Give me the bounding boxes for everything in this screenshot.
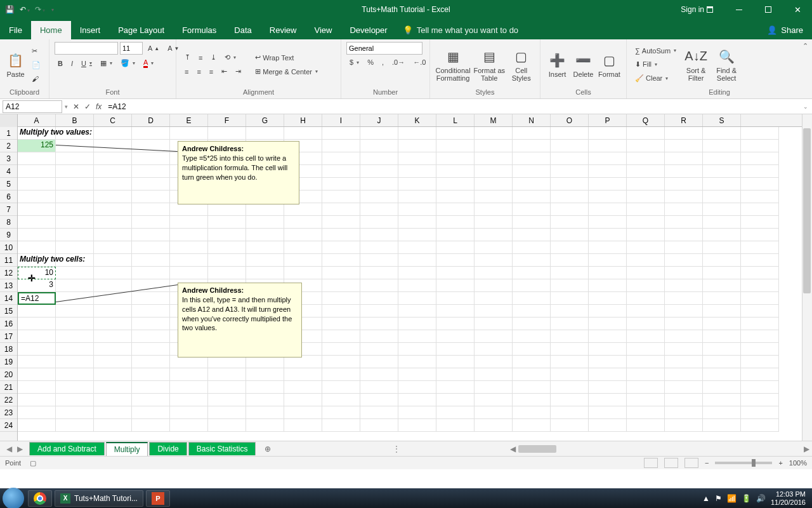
cell[interactable]: [360, 292, 398, 305]
cell[interactable]: [551, 394, 589, 406]
cell[interactable]: [56, 216, 94, 229]
cell[interactable]: [741, 419, 779, 432]
sort-filter-button[interactable]: A↓ZSort & Filter: [682, 48, 710, 82]
cell[interactable]: [360, 356, 398, 368]
borders-button[interactable]: ▦▾: [97, 57, 115, 69]
cell[interactable]: [703, 279, 741, 292]
cell[interactable]: [741, 394, 779, 406]
cell[interactable]: [513, 254, 551, 267]
cell[interactable]: [627, 330, 665, 343]
cell[interactable]: [589, 203, 627, 216]
cell[interactable]: [475, 216, 513, 229]
cell[interactable]: [665, 178, 703, 190]
cell[interactable]: [475, 241, 513, 254]
zoom-out-button[interactable]: −: [705, 459, 709, 467]
cell[interactable]: [703, 305, 741, 318]
cell[interactable]: [284, 254, 322, 267]
row-header[interactable]: 22: [0, 394, 17, 406]
cell[interactable]: [436, 241, 475, 254]
cell-grid[interactable]: Multiply two values:125Multiply two cell…: [18, 127, 802, 441]
tab-view[interactable]: View: [305, 21, 341, 39]
cell[interactable]: [513, 419, 551, 432]
merge-center-button[interactable]: ⊞ Merge & Center▾: [252, 65, 321, 77]
col-header[interactable]: E: [170, 114, 208, 126]
cell[interactable]: [703, 406, 741, 419]
cell[interactable]: [436, 190, 475, 203]
zoom-in-button[interactable]: +: [778, 459, 782, 467]
autosum-button[interactable]: ∑ AutoSum▾: [632, 45, 679, 57]
cell[interactable]: [741, 330, 779, 343]
cell[interactable]: [170, 216, 208, 229]
cell[interactable]: [627, 406, 665, 419]
cell[interactable]: [703, 394, 741, 406]
cell[interactable]: [322, 394, 360, 406]
row-header[interactable]: 4: [0, 165, 17, 178]
cell[interactable]: [94, 343, 132, 356]
cell[interactable]: [703, 419, 741, 432]
cell[interactable]: [741, 356, 779, 368]
comma-button[interactable]: ,: [379, 57, 387, 68]
cell[interactable]: [322, 381, 360, 394]
maximize-button[interactable]: [754, 0, 783, 19]
cell[interactable]: [360, 381, 398, 394]
decrease-decimal-button[interactable]: ←.0: [410, 57, 429, 68]
align-right-button[interactable]: ≡: [206, 66, 216, 77]
cell[interactable]: [436, 406, 475, 419]
tray-network-icon[interactable]: 📶: [727, 494, 737, 503]
cell[interactable]: [246, 381, 284, 394]
cell[interactable]: [360, 254, 398, 267]
col-header[interactable]: I: [322, 114, 360, 126]
cell[interactable]: [475, 394, 513, 406]
cell[interactable]: [475, 381, 513, 394]
cell[interactable]: [170, 254, 208, 267]
cell[interactable]: [513, 279, 551, 292]
row-header[interactable]: 20: [0, 368, 17, 381]
cell[interactable]: [246, 241, 284, 254]
cell[interactable]: [322, 292, 360, 305]
cell[interactable]: [360, 368, 398, 381]
formula-input[interactable]: [107, 101, 799, 112]
cell[interactable]: [246, 267, 284, 279]
cell[interactable]: [741, 203, 779, 216]
taskbar-powerpoint[interactable]: P: [146, 490, 170, 507]
cell[interactable]: [94, 140, 132, 152]
row-header[interactable]: 11: [0, 254, 17, 267]
cell[interactable]: [284, 203, 322, 216]
cell[interactable]: [589, 165, 627, 178]
cell[interactable]: [475, 419, 513, 432]
cell[interactable]: [741, 318, 779, 330]
cell[interactable]: [170, 229, 208, 241]
cell[interactable]: [513, 241, 551, 254]
cell[interactable]: [665, 330, 703, 343]
cell[interactable]: [627, 254, 665, 267]
cell[interactable]: [513, 330, 551, 343]
cell[interactable]: [589, 178, 627, 190]
cell[interactable]: [18, 381, 56, 394]
system-tray[interactable]: ▲ ⚑ 📶 🔋 🔊 12:03 PM 11/20/2016: [698, 490, 809, 505]
cell[interactable]: [132, 216, 170, 229]
cell[interactable]: [551, 254, 589, 267]
cell[interactable]: [94, 203, 132, 216]
cell[interactable]: [551, 419, 589, 432]
cell[interactable]: [436, 178, 475, 190]
cell[interactable]: [589, 292, 627, 305]
cell[interactable]: [475, 165, 513, 178]
redo-icon[interactable]: ↷▾: [35, 5, 45, 14]
cell[interactable]: [398, 127, 436, 140]
cell[interactable]: [475, 292, 513, 305]
cell[interactable]: [360, 394, 398, 406]
zoom-slider[interactable]: [715, 462, 772, 464]
col-header[interactable]: J: [360, 114, 398, 126]
cell[interactable]: [208, 368, 246, 381]
cell[interactable]: [741, 343, 779, 356]
cell[interactable]: [208, 267, 246, 279]
row-header[interactable]: 13: [0, 279, 17, 292]
cell[interactable]: [208, 127, 246, 140]
cell[interactable]: [360, 165, 398, 178]
cell[interactable]: 125: [18, 140, 56, 152]
cell[interactable]: [398, 356, 436, 368]
bold-button[interactable]: B: [55, 58, 66, 69]
row-header[interactable]: 12: [0, 267, 17, 279]
cell[interactable]: [513, 394, 551, 406]
cell[interactable]: [475, 152, 513, 165]
